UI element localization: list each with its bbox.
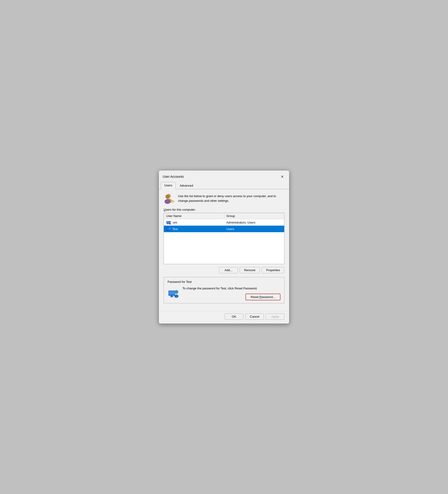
dialog-footer: OK Cancel Apply [159, 311, 289, 323]
password-group: Password for Test To change the password… [164, 277, 284, 303]
close-button[interactable]: ✕ [279, 173, 285, 180]
svg-rect-10 [167, 223, 168, 224]
table-row[interactable]: Test Users [164, 226, 284, 232]
ok-button[interactable]: OK [225, 313, 243, 320]
tabs-bar: Users Advanced [159, 182, 289, 189]
user-accounts-dialog: User Accounts ✕ Users Advanced [159, 170, 289, 323]
password-user-icon [167, 288, 179, 299]
svg-rect-23 [170, 297, 174, 297]
dialog-title: User Accounts [163, 175, 184, 178]
section-label: Users for this computer: [164, 208, 284, 211]
svg-rect-7 [174, 202, 175, 202]
svg-point-12 [169, 221, 171, 223]
svg-point-2 [165, 195, 170, 199]
svg-point-3 [165, 199, 171, 204]
title-bar: User Accounts ✕ [159, 171, 289, 182]
add-button[interactable]: Add... [219, 267, 238, 273]
users-table-container: User Name Group :om Administrators [164, 213, 284, 264]
table-row[interactable]: :om Administrators; Users [164, 219, 284, 226]
svg-rect-17 [167, 231, 169, 231]
info-text: Use the list below to grant or deny user… [178, 193, 284, 203]
svg-point-24 [175, 290, 178, 294]
svg-point-18 [169, 227, 171, 229]
cell-username-0: :om [164, 219, 224, 226]
svg-point-13 [169, 223, 171, 224]
table-header: User Name Group [164, 213, 284, 219]
password-text: To change the password for Test, click R… [182, 286, 281, 291]
cancel-button[interactable]: Cancel [245, 313, 264, 320]
svg-rect-11 [167, 224, 169, 224]
tab-content-users: Use the list below to grant or deny user… [159, 189, 289, 311]
tab-advanced[interactable]: Advanced [176, 182, 197, 189]
svg-rect-9 [167, 222, 169, 223]
svg-rect-22 [171, 296, 173, 297]
col-header-username: User Name [164, 213, 224, 219]
password-text-section: To change the password for Test, click R… [182, 286, 281, 300]
reset-password-button[interactable]: Reset Password... [246, 294, 281, 300]
properties-button[interactable]: Properties [262, 267, 284, 273]
user-pc-icon-0 [166, 220, 171, 225]
remove-button[interactable]: Remove [240, 267, 260, 273]
cell-group-0: Administrators; Users [224, 220, 284, 225]
user-pc-icon-1 [166, 227, 171, 231]
password-content: To change the password for Test, click R… [167, 286, 281, 300]
info-section: Use the list below to grant or deny user… [164, 193, 284, 204]
users-key-icon [164, 193, 175, 204]
col-header-group: Group [224, 213, 284, 219]
cell-group-1: Users [224, 226, 284, 232]
svg-point-19 [169, 230, 171, 231]
action-buttons: Add... Remove Properties [164, 267, 284, 273]
svg-rect-5 [172, 201, 174, 202]
svg-rect-6 [174, 202, 174, 202]
password-group-title: Password for Test [167, 280, 281, 284]
svg-rect-21 [169, 291, 175, 295]
tab-users[interactable]: Users [161, 182, 176, 189]
svg-rect-15 [167, 228, 169, 230]
svg-rect-16 [167, 230, 168, 231]
apply-button: Apply [266, 313, 284, 320]
cell-username-1: Test [164, 226, 224, 232]
svg-point-25 [174, 295, 178, 298]
